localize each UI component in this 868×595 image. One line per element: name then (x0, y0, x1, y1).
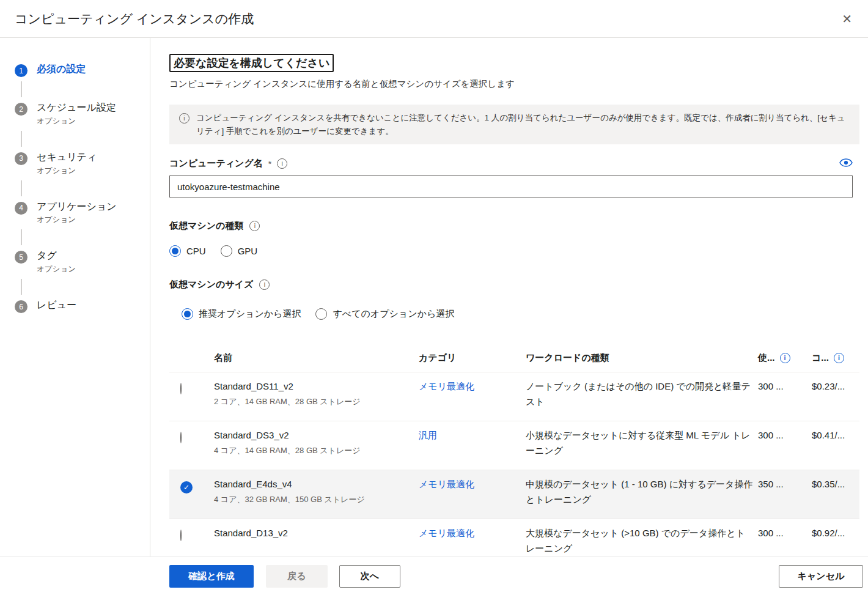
radio-label: 推奨オプションから選択 (199, 308, 301, 320)
vm-workload: 大規模なデータセット (>10 GB) でのデータ操作とトレーニング (526, 519, 758, 556)
vm-quota: 350 ... (758, 470, 812, 489)
vm-specs: 4 コア、14 GB RAM、28 GB ストレージ (214, 445, 414, 456)
column-header-cost: コ... i (812, 352, 859, 364)
column-header-category: カテゴリ (419, 352, 526, 364)
vm-name: Standard_D13_v2 (214, 528, 414, 538)
vm-workload: 小規模なデータセットに対する従来型 ML モデル トレーニング (526, 421, 758, 459)
main-content: 必要な設定を構成してください コンピューティング インスタンスに使用する名前と仮… (150, 38, 868, 556)
step-label: セキュリティ (37, 151, 97, 164)
vm-size-table: 名前 カテゴリ ワークロードの種類 使... i コ... i Standard… (169, 344, 859, 556)
step-number-badge: 4 (15, 202, 28, 215)
info-icon[interactable]: i (249, 221, 260, 231)
vm-cost: $0.35/... (812, 470, 859, 489)
vm-name: Standard_E4ds_v4 (214, 479, 414, 489)
step-sublabel: オプション (37, 215, 117, 225)
step-connector (21, 229, 22, 245)
vm-size-label: 仮想マシンのサイズ (169, 279, 253, 290)
step-connector (21, 279, 22, 295)
dialog-footer: 確認と作成 戻る 次へ キャンセル (0, 556, 868, 595)
info-banner-text: コンピューティング インスタンスを共有できないことに注意してください。1 人の割… (196, 111, 850, 138)
radio-unselected-icon[interactable] (180, 383, 182, 394)
section-subheading: コンピューティング インスタンスに使用する名前と仮想マシンのサイズを選択します (169, 78, 859, 90)
step-label: タグ (37, 249, 76, 262)
step-tags[interactable]: 5 タグ オプション (15, 249, 150, 275)
table-row-standard-ds3-v2[interactable]: Standard_DS3_v2 4 コア、14 GB RAM、28 GB ストレ… (169, 421, 859, 470)
vm-cost: $0.23/... (812, 372, 859, 391)
vm-name: Standard_DS3_v2 (214, 430, 414, 440)
step-connector (21, 180, 22, 196)
vm-category-link[interactable]: メモリ最適化 (419, 519, 526, 539)
step-required-settings[interactable]: 1 必須の設定 (15, 63, 150, 77)
radio-gpu[interactable]: GPU (221, 245, 258, 257)
step-connector (21, 81, 22, 97)
section-heading: 必要な設定を構成してください (169, 54, 334, 72)
radio-all-options[interactable]: すべてのオプションから選択 (315, 308, 454, 320)
step-label: アプリケーション (37, 201, 117, 213)
step-connector (21, 131, 22, 147)
radio-selected-icon (182, 308, 193, 320)
radio-recommended-options[interactable]: 推奨オプションから選択 (182, 308, 301, 320)
step-label: 必須の設定 (37, 63, 86, 76)
step-applications[interactable]: 4 アプリケーション オプション (15, 201, 150, 226)
info-icon[interactable]: i (834, 353, 844, 363)
vm-type-label: 仮想マシンの種類 (169, 220, 243, 232)
back-button[interactable]: 戻る (266, 565, 328, 588)
page-title: コンピューティング インスタンスの作成 (15, 10, 254, 28)
vm-category-link[interactable]: 汎用 (419, 421, 526, 442)
vm-name: Standard_DS11_v2 (214, 381, 414, 391)
table-row-standard-d13-v2[interactable]: Standard_D13_v2 メモリ最適化 大規模なデータセット (>10 G… (169, 519, 859, 556)
step-number-badge: 1 (15, 64, 28, 77)
vm-size-radio-group: 推奨オプションから選択 すべてのオプションから選択 (182, 308, 859, 320)
step-schedule[interactable]: 2 スケジュール設定 オプション (15, 102, 150, 127)
radio-label: すべてのオプションから選択 (333, 308, 454, 320)
vm-quota: 300 ... (758, 519, 812, 538)
step-sublabel: オプション (37, 116, 116, 127)
vm-specs: 2 コア、14 GB RAM、28 GB ストレージ (214, 396, 414, 407)
cancel-button[interactable]: キャンセル (779, 565, 863, 588)
radio-label: GPU (238, 246, 258, 256)
compute-name-input[interactable] (169, 175, 853, 198)
vm-type-radio-group: CPU GPU (169, 245, 859, 257)
review-create-button[interactable]: 確認と作成 (169, 565, 254, 588)
vm-quota: 300 ... (758, 372, 812, 391)
radio-unselected-icon[interactable] (180, 432, 182, 443)
step-review[interactable]: 6 レビュー (15, 299, 150, 313)
eye-icon[interactable] (839, 158, 853, 169)
info-banner: i コンピューティング インスタンスを共有できないことに注意してください。1 人… (169, 105, 859, 144)
vm-workload: 中規模のデータセット (1 - 10 GB) に対するデータ操作とトレーニング (526, 470, 758, 508)
info-icon[interactable]: i (277, 158, 287, 169)
step-label: レビュー (37, 299, 76, 312)
step-sublabel: オプション (37, 166, 97, 176)
step-number-badge: 2 (15, 103, 28, 116)
step-number-badge: 3 (15, 152, 28, 165)
info-icon[interactable]: i (259, 279, 270, 290)
close-icon[interactable]: ✕ (842, 13, 852, 25)
wizard-stepper: 1 必須の設定 2 スケジュール設定 オプション 3 セキュリティ オプション … (0, 38, 150, 556)
step-security[interactable]: 3 セキュリティ オプション (15, 151, 150, 176)
vm-specs: 4 コア、32 GB RAM、150 GB ストレージ (214, 494, 414, 505)
radio-cpu[interactable]: CPU (169, 245, 206, 257)
next-button[interactable]: 次へ (339, 565, 400, 588)
column-header-name: 名前 (214, 352, 419, 364)
table-row-standard-e4ds-v4[interactable]: ✓ Standard_E4ds_v4 4 コア、32 GB RAM、150 GB… (169, 470, 859, 519)
vm-cost: $0.41/... (812, 421, 859, 440)
vm-workload: ノートブック (またはその他の IDE) での開発と軽量テスト (526, 372, 758, 410)
radio-label: CPU (186, 246, 206, 256)
radio-selected-icon (169, 245, 181, 257)
vm-category-link[interactable]: メモリ最適化 (419, 470, 526, 490)
vm-cost: $0.92/... (812, 519, 859, 538)
info-icon[interactable]: i (780, 353, 790, 363)
selected-check-icon[interactable]: ✓ (180, 481, 193, 493)
info-icon: i (179, 113, 189, 124)
compute-name-label: コンピューティング名 (169, 158, 263, 169)
step-sublabel: オプション (37, 264, 76, 275)
column-header-quota: 使... i (758, 352, 812, 364)
radio-unselected-icon[interactable] (180, 530, 182, 541)
radio-unselected-icon (221, 245, 232, 257)
radio-unselected-icon (315, 308, 327, 320)
vm-category-link[interactable]: メモリ最適化 (419, 372, 526, 393)
step-label: スケジュール設定 (37, 102, 116, 114)
step-number-badge: 6 (15, 300, 28, 313)
table-row-standard-ds11-v2[interactable]: Standard_DS11_v2 2 コア、14 GB RAM、28 GB スト… (169, 372, 859, 421)
table-header-row: 名前 カテゴリ ワークロードの種類 使... i コ... i (169, 344, 859, 372)
